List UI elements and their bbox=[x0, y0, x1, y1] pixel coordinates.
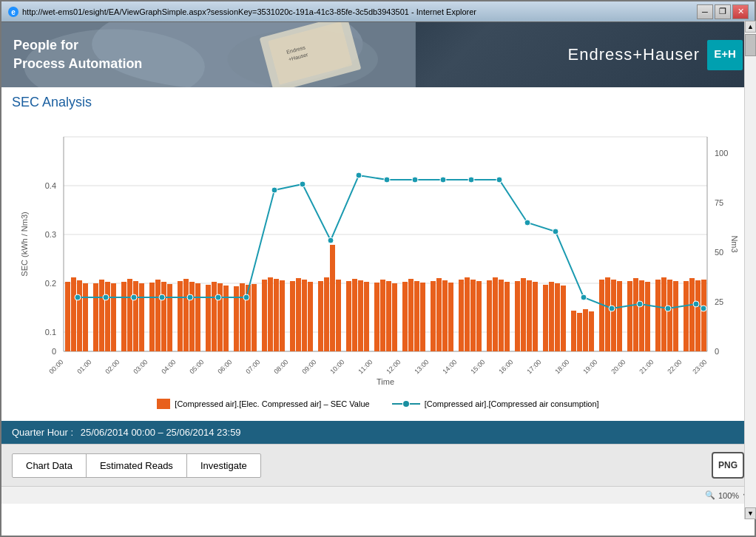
svg-rect-121 bbox=[533, 282, 538, 351]
svg-text:03:00: 03:00 bbox=[132, 358, 149, 375]
bar-0000-3 bbox=[77, 280, 82, 351]
company-tagline: People for Process Automation bbox=[1, 27, 154, 82]
zoom-indicator: 🔍 100% ▼ bbox=[705, 490, 749, 500]
svg-rect-83 bbox=[268, 277, 273, 351]
svg-rect-87 bbox=[296, 278, 301, 351]
svg-rect-123 bbox=[549, 282, 554, 351]
header-banner: Endress +Hauser People for Process Autom… bbox=[1, 22, 755, 87]
svg-rect-100 bbox=[386, 281, 391, 351]
svg-rect-114 bbox=[487, 280, 492, 351]
svg-rect-70 bbox=[178, 281, 183, 351]
chart-container: 0 0.1 0.2 0.3 0.4 0 25 50 75 100 SEC (kW… bbox=[16, 115, 740, 396]
svg-point-158 bbox=[412, 177, 418, 183]
svg-point-162 bbox=[524, 220, 530, 226]
svg-rect-92 bbox=[330, 245, 335, 351]
svg-rect-72 bbox=[189, 282, 195, 351]
company-logo: Endress+Hauser E+H bbox=[568, 40, 755, 70]
svg-rect-68 bbox=[161, 282, 166, 351]
svg-rect-96 bbox=[358, 280, 363, 351]
svg-rect-58 bbox=[93, 283, 98, 351]
svg-rect-91 bbox=[324, 277, 329, 351]
svg-rect-98 bbox=[374, 283, 379, 351]
restore-button[interactable]: ❐ bbox=[715, 4, 731, 19]
scrollbar[interactable]: ▲ ▼ bbox=[744, 21, 756, 519]
svg-rect-136 bbox=[639, 280, 644, 351]
bar-0000-4 bbox=[83, 283, 88, 351]
svg-rect-128 bbox=[583, 309, 588, 351]
svg-text:11:00: 11:00 bbox=[357, 358, 374, 375]
svg-rect-116 bbox=[499, 280, 504, 351]
svg-text:08:00: 08:00 bbox=[272, 358, 289, 375]
svg-rect-124 bbox=[555, 283, 560, 351]
svg-rect-131 bbox=[605, 277, 610, 351]
svg-rect-76 bbox=[217, 283, 223, 351]
zoom-icon: 🔍 bbox=[705, 490, 715, 500]
svg-rect-119 bbox=[521, 278, 526, 351]
svg-rect-66 bbox=[149, 283, 155, 351]
investigate-button[interactable]: Investigate bbox=[186, 453, 261, 478]
svg-rect-135 bbox=[633, 278, 638, 351]
svg-text:15:00: 15:00 bbox=[469, 358, 486, 375]
legend-line-item: [Compressed air].[Compressed air consump… bbox=[392, 399, 599, 409]
svg-point-149 bbox=[159, 294, 165, 300]
svg-rect-86 bbox=[290, 281, 295, 351]
svg-rect-110 bbox=[459, 280, 464, 351]
status-label: Quarter Hour : bbox=[12, 427, 73, 438]
svg-text:0.4: 0.4 bbox=[45, 181, 56, 190]
png-button[interactable]: PNG bbox=[712, 452, 744, 479]
svg-text:19:00: 19:00 bbox=[581, 358, 598, 375]
scroll-up-button[interactable]: ▲ bbox=[745, 21, 756, 33]
svg-point-167 bbox=[665, 305, 671, 311]
legend-line-swatch bbox=[392, 401, 420, 407]
svg-text:00:00: 00:00 bbox=[47, 358, 64, 375]
company-name: Endress+Hauser bbox=[568, 45, 700, 64]
title-bar: e http://wet-ems01/esight/EA/ViewGraphSi… bbox=[1, 1, 755, 22]
svg-rect-93 bbox=[336, 280, 341, 351]
svg-rect-60 bbox=[105, 282, 110, 351]
scroll-down-button[interactable]: ▼ bbox=[745, 507, 756, 519]
svg-text:14:00: 14:00 bbox=[441, 358, 458, 375]
close-button[interactable]: ✕ bbox=[732, 4, 749, 19]
svg-rect-71 bbox=[183, 279, 189, 351]
window-controls: ─ ❐ ✕ bbox=[697, 4, 749, 19]
svg-rect-137 bbox=[645, 282, 650, 351]
svg-text:100: 100 bbox=[715, 149, 728, 158]
svg-rect-85 bbox=[280, 280, 285, 351]
svg-rect-140 bbox=[667, 280, 672, 351]
svg-rect-105 bbox=[420, 283, 425, 351]
svg-point-147 bbox=[103, 294, 109, 300]
svg-rect-109 bbox=[448, 283, 453, 351]
svg-rect-64 bbox=[133, 281, 138, 351]
svg-rect-118 bbox=[515, 281, 520, 351]
svg-rect-102 bbox=[402, 282, 408, 351]
svg-rect-99 bbox=[380, 280, 385, 351]
svg-rect-62 bbox=[121, 282, 126, 351]
svg-rect-139 bbox=[661, 277, 666, 351]
svg-text:17:00: 17:00 bbox=[525, 358, 542, 375]
svg-point-151 bbox=[215, 294, 221, 300]
svg-rect-111 bbox=[465, 277, 470, 351]
svg-rect-90 bbox=[318, 281, 323, 351]
svg-rect-129 bbox=[589, 311, 594, 351]
svg-rect-133 bbox=[617, 281, 622, 351]
svg-text:SEC (kWh / Nm3): SEC (kWh / Nm3) bbox=[20, 212, 29, 276]
svg-rect-108 bbox=[442, 280, 448, 351]
svg-point-148 bbox=[131, 294, 137, 300]
svg-point-165 bbox=[609, 305, 615, 311]
svg-rect-122 bbox=[543, 285, 548, 351]
legend-line-label: [Compressed air].[Compressed air consump… bbox=[425, 399, 599, 408]
svg-rect-127 bbox=[577, 313, 582, 351]
chart-data-button[interactable]: Chart Data bbox=[12, 453, 87, 478]
minimize-button[interactable]: ─ bbox=[697, 4, 713, 19]
estimated-reads-button[interactable]: Estimated Reads bbox=[86, 453, 187, 478]
svg-rect-120 bbox=[527, 280, 532, 351]
svg-rect-125 bbox=[561, 286, 566, 351]
status-value: 25/06/2014 00:00 – 25/06/2014 23:59 bbox=[81, 427, 241, 438]
svg-text:16:00: 16:00 bbox=[497, 358, 514, 375]
svg-rect-115 bbox=[493, 277, 498, 351]
chart-svg: 0 0.1 0.2 0.3 0.4 0 25 50 75 100 SEC (kW… bbox=[16, 115, 740, 396]
svg-point-161 bbox=[496, 177, 502, 183]
svg-text:22:00: 22:00 bbox=[666, 358, 683, 375]
chart-legend: [Compressed air].[Elec. Compressed air] … bbox=[12, 399, 744, 409]
svg-text:09:00: 09:00 bbox=[300, 358, 317, 375]
